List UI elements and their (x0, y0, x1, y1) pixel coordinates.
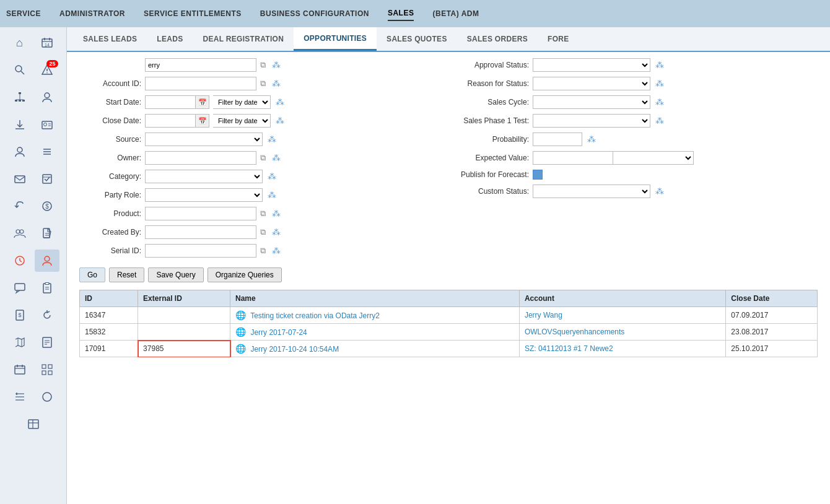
return-icon[interactable] (7, 195, 32, 217)
approval-status-link-icon[interactable]: ⁂ (655, 60, 664, 70)
circle-icon[interactable] (35, 386, 59, 408)
person-icon[interactable] (7, 141, 32, 163)
table2-icon[interactable] (21, 413, 46, 435)
close-date-input[interactable] (146, 115, 195, 127)
notes-icon[interactable] (35, 331, 59, 354)
reason-status-select[interactable] (533, 77, 650, 90)
sales-cycle-select[interactable] (533, 95, 650, 109)
serial-id-copy-icon[interactable]: ⧉ (260, 246, 266, 256)
hierarchy-icon[interactable] (7, 86, 32, 108)
invoice-icon[interactable]: $ (7, 304, 32, 326)
profile-icon[interactable] (35, 86, 59, 108)
nav-item-administrator[interactable]: ADMINISTRATOR (59, 7, 125, 20)
calendar2-icon[interactable] (7, 358, 32, 381)
source-link-icon[interactable]: ⁂ (268, 134, 276, 144)
approval-status-select[interactable] (533, 58, 650, 72)
document-icon[interactable] (35, 222, 59, 245)
serial-id-link-icon[interactable]: ⁂ (272, 246, 281, 256)
account-id-link-icon[interactable]: ⁂ (272, 79, 281, 89)
probability-link-icon[interactable]: ⁂ (587, 134, 596, 144)
custom-status-select[interactable] (533, 185, 650, 198)
tab-sales-leads[interactable]: SALES LEADS (73, 27, 147, 51)
account-link[interactable]: Jerry Wang (525, 311, 562, 319)
owner-input[interactable] (145, 151, 256, 165)
nav-item-service-entitlements[interactable]: SERVICE ENTITLEMENTS (144, 7, 242, 20)
source-select[interactable] (145, 133, 263, 146)
go-button[interactable]: Go (79, 267, 105, 282)
grid-icon[interactable] (35, 358, 59, 381)
name-link[interactable]: Jerry 2017-10-24 10:54AM (250, 345, 339, 354)
party-role-link-icon[interactable]: ⁂ (268, 190, 276, 200)
list-icon[interactable] (35, 141, 59, 163)
party-role-select[interactable] (145, 188, 263, 202)
reason-status-link-icon[interactable]: ⁂ (655, 79, 664, 89)
tab-fore[interactable]: FORE (538, 27, 579, 51)
mail-icon[interactable] (7, 168, 32, 190)
account-id-copy-icon[interactable]: ⧉ (260, 79, 266, 89)
contact-card-icon[interactable] (35, 113, 59, 136)
product-link-icon[interactable]: ⁂ (272, 209, 281, 219)
nav-item-business-configuration[interactable]: BUSINESS CONFIGURATION (260, 7, 369, 20)
search-icon[interactable] (7, 59, 32, 81)
probability-input[interactable] (533, 133, 582, 146)
start-date-input[interactable] (146, 96, 195, 108)
partial-link-icon[interactable]: ⁂ (272, 60, 281, 70)
clock-icon[interactable] (7, 250, 32, 272)
tab-opportunities[interactable]: OPPORTUNITIES (294, 27, 377, 51)
save-query-button[interactable]: Save Query (148, 267, 203, 282)
category-select[interactable] (145, 170, 263, 183)
expected-value-currency-select[interactable] (613, 151, 694, 165)
col-header-close-date[interactable]: Close Date (726, 290, 818, 307)
col-header-external-id[interactable]: External ID (138, 290, 230, 307)
home-icon[interactable]: ⌂ (7, 32, 32, 54)
partial-input[interactable] (145, 58, 256, 72)
expected-value-input[interactable] (533, 151, 613, 165)
reset-button[interactable]: Reset (109, 267, 144, 282)
chat-icon[interactable] (7, 277, 32, 299)
map-icon[interactable] (7, 331, 32, 354)
dollar-icon[interactable]: $ (35, 195, 59, 217)
col-header-name[interactable]: Name (230, 290, 520, 307)
users-icon[interactable] (7, 222, 32, 245)
clipboard-icon[interactable] (35, 277, 59, 299)
sales-cycle-link-icon[interactable]: ⁂ (655, 97, 664, 107)
partial-copy-icon[interactable]: ⧉ (260, 60, 266, 70)
serial-id-input[interactable] (145, 244, 256, 258)
start-date-link-icon[interactable]: ⁂ (276, 97, 284, 107)
task-icon[interactable] (35, 168, 59, 190)
col-header-account[interactable]: Account (519, 290, 725, 307)
account-link[interactable]: OWLOVSqueryenhancements (525, 328, 624, 336)
nav-item-service[interactable]: SERVICE (6, 7, 41, 20)
tab-sales-quotes[interactable]: SALES QUOTES (377, 27, 457, 51)
account-id-input[interactable] (145, 77, 256, 90)
created-by-link-icon[interactable]: ⁂ (272, 227, 281, 237)
nav-item-sales[interactable]: SALES (388, 6, 414, 21)
tab-leads[interactable]: LEADS (147, 27, 193, 51)
start-date-filter-select[interactable]: Filter by date (213, 95, 271, 109)
refresh-icon[interactable] (35, 304, 59, 326)
owner-copy-icon[interactable]: ⧉ (260, 153, 266, 163)
close-date-filter-select[interactable]: Filter by date (213, 114, 271, 128)
person-active-icon[interactable] (35, 250, 59, 272)
product-input[interactable] (145, 207, 256, 220)
close-date-calendar-icon[interactable]: 📅 (195, 115, 209, 127)
publish-forecast-checkbox[interactable] (533, 170, 543, 180)
close-date-link-icon[interactable]: ⁂ (276, 116, 284, 126)
start-date-calendar-icon[interactable]: 📅 (195, 96, 209, 108)
account-link[interactable]: SZ: 04112013 #1 7 Newe2 (525, 344, 613, 353)
download-icon[interactable] (7, 113, 32, 136)
name-link[interactable]: Jerry 2017-07-24 (250, 328, 307, 337)
alert-icon[interactable]: 25 (35, 59, 59, 81)
calendar-icon[interactable]: 14 (35, 32, 59, 54)
category-link-icon[interactable]: ⁂ (268, 172, 276, 181)
nav-item-beta-adm[interactable]: (BETA) ADM (432, 7, 479, 20)
custom-status-link-icon[interactable]: ⁂ (655, 186, 664, 196)
owner-link-icon[interactable]: ⁂ (272, 153, 281, 163)
checklist-icon[interactable] (7, 386, 32, 408)
created-by-copy-icon[interactable]: ⧉ (260, 227, 266, 237)
sales-phase-link-icon[interactable]: ⁂ (655, 116, 664, 126)
created-by-input[interactable] (145, 225, 256, 239)
product-copy-icon[interactable]: ⧉ (260, 209, 266, 219)
organize-queries-button[interactable]: Organize Queries (208, 267, 282, 282)
tab-deal-registration[interactable]: DEAL REGISTRATION (193, 27, 294, 51)
